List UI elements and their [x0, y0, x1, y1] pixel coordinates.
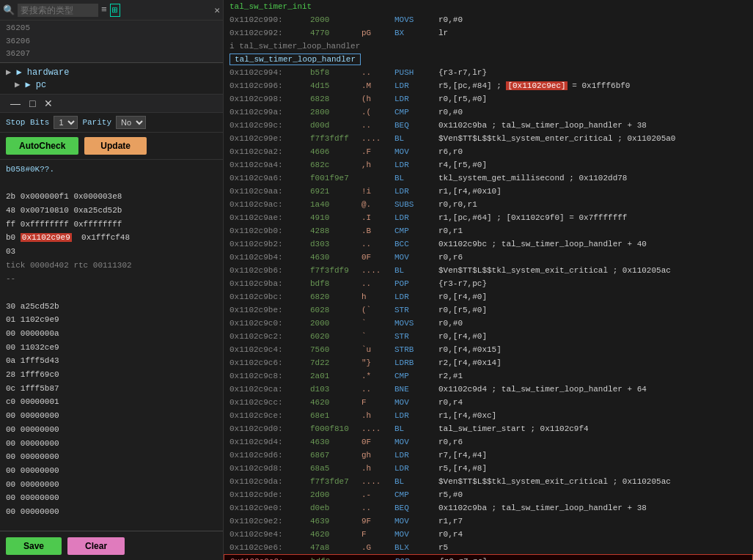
disasm-mnem: POP — [394, 277, 438, 290]
disasm-row: 0x1102c9e6: 47a8 .G BLX r5 — [224, 541, 753, 554]
disasm-bytes: 4620 — [310, 396, 361, 409]
disasm-chars: .B — [361, 224, 394, 237]
search-bar: 🔍 ≡ ⊞ ✕ — [0, 0, 223, 21]
disasm-bytes: 1a40 — [310, 198, 361, 211]
disasm-ops: r0,#0 — [438, 317, 747, 330]
disasm-mnem: SUBS — [394, 198, 438, 211]
disasm-bytes: d0eb — [310, 501, 361, 515]
disasm-addr: 0x1102c9c0: — [229, 317, 310, 330]
disasm-mnem: BEQ — [394, 119, 438, 132]
disasm-mnem: MOVS — [394, 13, 438, 26]
disasm-row: 0x1102c9e2: 4639 9F MOV r1,r7 — [224, 515, 753, 528]
parity-select[interactable]: No — [116, 116, 146, 129]
disasm-addr: 0x1102c9c8: — [229, 369, 310, 383]
disasm-bytes: 7d22 — [310, 356, 361, 369]
disasm-chars: .G — [361, 541, 394, 554]
stop-bits-select[interactable]: 1 — [54, 116, 78, 129]
disasm-addr: 0x1102c9d8: — [229, 462, 310, 475]
disasm-row: 0x1102c990: 2000 MOVS r0,#0 — [224, 13, 753, 26]
disasm-ops: tal_sw_timer_start ; 0x1102c9f4 — [438, 422, 747, 435]
close-icon[interactable]: ✕ — [214, 4, 220, 16]
disasm-chars: .. — [361, 119, 394, 132]
disasm-row: 0x1102c9a6: f001f9e7 BL tkl_system_get_m… — [224, 172, 753, 185]
search-input[interactable] — [18, 4, 98, 17]
disasm-chars: 0F — [361, 251, 394, 264]
disasm-row: 0x1102c9be: 6028 (` STR r0,[r5,#0] — [224, 303, 753, 317]
disasm-bytes: 6867 — [310, 449, 361, 462]
disasm-row: 0x1102c9de: 2d00 .- CMP r5,#0 — [224, 488, 753, 501]
disasm-addr: 0x1102c9e4: — [229, 528, 310, 541]
disasm-bytes: 4620 — [310, 528, 361, 541]
hex-line: 00 00000000 — [6, 464, 217, 478]
disasm-chars: (h — [361, 92, 394, 106]
disasm-mnem: MOVS — [394, 317, 438, 330]
disasm-mnem: BL — [394, 264, 438, 277]
disasm-addr: 0x1102c9d4: — [229, 435, 310, 449]
disasm-row: 0x1102c9b4: 4630 0F MOV r0,r6 — [224, 251, 753, 264]
maximize-button[interactable]: □ — [25, 97, 40, 109]
hex-line: 03 — [6, 245, 217, 259]
disasm-mnem: MOV — [394, 396, 438, 409]
disasm-row: 0x1102c9c8: 2a01 .* CMP r2,#1 — [224, 369, 753, 383]
disasm-row: 0x1102c9ae: 4910 .I LDR r1,[pc,#64] ; [0… — [224, 211, 753, 224]
disasm-bytes: 4910 — [310, 211, 361, 224]
addr-numbers: 36205 36206 36207 — [0, 21, 223, 63]
hex-line: 00 00000000 — [6, 423, 217, 437]
disasm-chars: .. — [361, 237, 394, 251]
disasm-mnem: LDR — [394, 185, 438, 198]
disasm-ops: r2,#1 — [438, 369, 747, 383]
disasm-row: 0x1102c9a2: 4606 .F MOV r6,r0 — [224, 145, 753, 158]
disasm-bytes: d00d — [310, 119, 361, 132]
disasm-chars: "} — [361, 356, 394, 369]
disasm-addr: 0x1102c9b6: — [229, 264, 310, 277]
disasm-ops: r1,[r4,#0xc] — [438, 409, 747, 422]
disasm-addr: 0x1102c9a6: — [229, 172, 310, 185]
disasm-ops: 0x1102c9ba ; tal_sw_timer_loop_handler +… — [438, 501, 747, 515]
disasm-chars: .. — [361, 383, 394, 396]
minimize-button[interactable]: — — [6, 97, 25, 109]
disasm-bytes: 47a8 — [310, 541, 361, 554]
hex-line: 00 00000000 — [6, 491, 217, 505]
disasm-row: 0x1102c9d6: 6867 gh LDR r7,[r4,#4] — [224, 449, 753, 462]
disasm-chars: h — [361, 290, 394, 303]
update-button[interactable]: Update — [84, 137, 147, 155]
disasm-ops: 0x1102c9ba ; tal_sw_timer_loop_handler +… — [438, 119, 747, 132]
disasm-bytes: 4d15 — [310, 79, 361, 92]
disasm-ops: r0,[r4,#0] — [438, 330, 747, 343]
hex-line: 00 00000000 — [6, 450, 217, 464]
disasm-row: 0x1102c9d0: f000f810 .... BL tal_sw_time… — [224, 422, 753, 435]
tree-item-hardware[interactable]: ▶ ▶ hardware — [6, 66, 217, 78]
disasm-chars: 0F — [361, 435, 394, 449]
addr-line-1: 36205 — [6, 22, 217, 35]
disasm-ops: r0,r0,r1 — [438, 198, 747, 211]
clear-button[interactable]: Clear — [67, 537, 125, 555]
save-button[interactable]: Save — [6, 537, 62, 555]
disasm-ops: r1,[r4,#0x10] — [438, 185, 747, 198]
autocheck-button[interactable]: AutoCheck — [6, 137, 78, 155]
disasm-ops: r0,r6 — [438, 435, 747, 449]
hex-line — [6, 176, 217, 190]
tree-item-pc[interactable]: ▶ ▶ pc — [6, 78, 217, 91]
hex-line: 30 a25cd52b — [6, 300, 217, 314]
disasm-ops: r0,[r4,#0] — [438, 290, 747, 303]
disasm-mnem: CMP — [394, 106, 438, 119]
disasm-scroll[interactable]: tal_sw_timer_init 0x1102c990: 2000 MOVS … — [224, 0, 753, 560]
disasm-row: 0x1102c9ce: 68e1 .h LDR r1,[r4,#0xc] — [224, 409, 753, 422]
disasm-mnem: BX — [394, 26, 438, 40]
disasm-bytes: 2000 — [310, 13, 361, 26]
hex-line: 0a 1fff5d43 — [6, 354, 217, 368]
close-button[interactable]: ✕ — [40, 97, 57, 109]
disasm-bytes: 2a01 — [310, 369, 361, 383]
disasm-chars: ` — [361, 330, 394, 343]
disasm-chars: @. — [361, 198, 394, 211]
disasm-row: 0x1102c998: 6828 (h LDR r0,[r5,#0] — [224, 92, 753, 106]
disasm-mnem: LDRB — [394, 356, 438, 369]
hex-line: 00 00000000 — [6, 505, 217, 519]
disasm-mnem: LDR — [394, 79, 438, 92]
disasm-chars: .. — [361, 277, 394, 290]
disasm-row: 0x1102c9b2: d303 .. BCC 0x1102c9bc ; tal… — [224, 237, 753, 251]
disasm-addr: 0x1102c9bc: — [229, 290, 310, 303]
disasm-mnem: LDR — [394, 211, 438, 224]
disasm-addr: 0x1102c9b0: — [229, 224, 310, 237]
disasm-row: 0x1102c9ba: bdf8 .. POP {r3-r7,pc} — [224, 277, 753, 290]
